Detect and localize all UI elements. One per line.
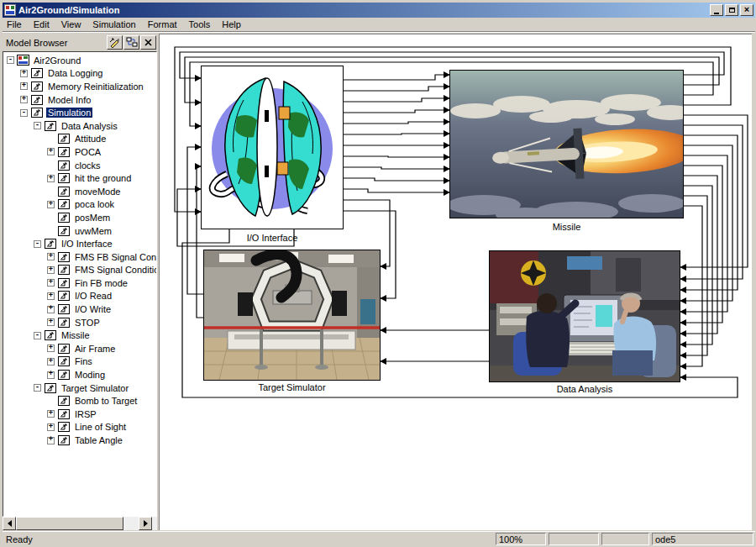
maximize-button[interactable] <box>725 4 738 16</box>
expand-icon[interactable] <box>34 122 41 129</box>
expand-icon[interactable] <box>20 109 28 117</box>
io-interface-image <box>202 66 343 229</box>
close-browser-button[interactable] <box>140 35 156 50</box>
subsystem-icon <box>57 422 71 432</box>
tree-item[interactable]: POCA <box>3 145 156 159</box>
expand-icon[interactable] <box>34 332 41 339</box>
scrollbar-thumb[interactable] <box>16 517 123 530</box>
minimize-button[interactable] <box>710 4 723 16</box>
tree-item[interactable]: IRSP <box>3 408 156 421</box>
tree-item[interactable]: Table Angle <box>3 434 156 447</box>
scroll-left-button[interactable] <box>3 517 16 530</box>
block-label-missile: Missile <box>449 222 684 232</box>
menu-view[interactable]: View <box>55 18 87 32</box>
subsystem-icon <box>30 82 44 92</box>
tree-item[interactable]: uvwMem <box>3 224 156 238</box>
menu-simulation[interactable]: Simulation <box>87 18 141 32</box>
block-data-analysis[interactable] <box>489 250 680 382</box>
menu-file[interactable]: File <box>3 18 28 32</box>
expand-icon[interactable] <box>47 371 55 379</box>
status-ready-text: Ready <box>6 534 493 544</box>
tree-item[interactable]: Line of Sight <box>3 421 156 434</box>
expand-icon[interactable] <box>7 56 14 64</box>
tree-item[interactable]: poca look <box>3 198 156 212</box>
expand-icon[interactable] <box>47 358 55 366</box>
expand-icon[interactable] <box>20 70 28 77</box>
tree-item[interactable]: I/O Read <box>3 290 156 303</box>
expand-icon[interactable] <box>47 306 55 313</box>
tree-item[interactable]: Bomb to Target <box>3 394 156 408</box>
expand-icon[interactable] <box>47 423 55 431</box>
menu-help[interactable]: Help <box>216 18 247 32</box>
tree-item[interactable]: Fin FB mode <box>3 276 156 290</box>
tree-item[interactable]: Attitude <box>3 133 156 146</box>
tree-item[interactable]: posMem <box>3 211 156 224</box>
model-browser-header: Model Browser <box>3 34 157 51</box>
tree-item[interactable]: Data Analysis <box>3 119 156 133</box>
block-target-simulator[interactable] <box>203 250 381 381</box>
tree-item[interactable]: STOP <box>3 316 156 329</box>
subsystem-icon <box>57 226 71 236</box>
minimize-icon <box>714 13 719 14</box>
expand-icon[interactable] <box>47 410 55 418</box>
tree-item[interactable]: Air2Ground <box>3 54 156 67</box>
expand-icon[interactable] <box>47 148 55 155</box>
tree-item[interactable]: I/O Write <box>3 302 156 316</box>
subsystem-icon <box>57 187 71 197</box>
tree-item[interactable]: Model Info <box>3 93 156 107</box>
expand-library-links-button[interactable] <box>123 35 139 50</box>
subsystem-icon <box>44 121 57 131</box>
expand-icon[interactable] <box>20 96 28 103</box>
tree-item[interactable]: Data Logging <box>3 67 156 81</box>
expand-icon[interactable] <box>47 253 55 260</box>
menu-bar: File Edit View Simulation Format Tools H… <box>3 18 755 32</box>
expand-icon[interactable] <box>47 201 55 208</box>
subsystem-icon <box>57 252 71 262</box>
status-panel-empty-1 <box>549 533 599 545</box>
tree-item[interactable]: Fins <box>3 355 156 369</box>
tree-item[interactable]: Simulation <box>3 106 156 119</box>
close-button[interactable]: × <box>740 4 753 16</box>
model-tree: Air2Ground <box>3 51 157 517</box>
block-io-interface[interactable] <box>201 66 344 229</box>
tree-item[interactable]: clocks <box>3 159 156 172</box>
tree-item[interactable]: I/O Interface <box>3 237 156 250</box>
expand-icon[interactable] <box>20 82 28 90</box>
tree-item[interactable]: Missile <box>3 329 156 342</box>
menu-format[interactable]: Format <box>142 18 183 32</box>
application-window: Air2Ground/Simulation × File Edit View S… <box>0 0 756 547</box>
block-missile[interactable] <box>449 70 684 218</box>
expand-icon[interactable] <box>34 384 41 392</box>
expand-icon[interactable] <box>34 240 41 248</box>
diagram-canvas[interactable]: I/O Interface <box>159 34 752 530</box>
simulink-model-icon <box>17 55 29 66</box>
arrow-right-icon <box>144 520 151 527</box>
tree-item[interactable]: moveMode <box>3 185 156 198</box>
expand-icon[interactable] <box>47 345 55 352</box>
subsystem-icon <box>30 108 44 118</box>
tree-item[interactable]: hit the ground <box>3 171 156 185</box>
tree-item[interactable]: Target Simulator <box>3 381 156 395</box>
menu-edit[interactable]: Edit <box>28 18 55 32</box>
expand-icon[interactable] <box>47 437 55 444</box>
look-under-mask-icon <box>109 37 120 48</box>
scroll-right-button[interactable] <box>139 517 152 530</box>
expand-icon[interactable] <box>47 266 55 274</box>
tree-item[interactable]: Moding <box>3 368 156 381</box>
tree-item[interactable]: Memory Reinitialization <box>3 80 156 93</box>
expand-icon[interactable] <box>47 292 55 300</box>
tree-item[interactable]: FMS Signal Conditio <box>3 264 156 277</box>
model-browser-title: Model Browser <box>6 38 106 48</box>
target-simulator-image <box>204 250 380 380</box>
subsystem-icon <box>57 435 71 445</box>
tree-item[interactable]: Air Frame <box>3 342 156 355</box>
expand-icon[interactable] <box>47 318 55 326</box>
menu-tools[interactable]: Tools <box>183 18 217 32</box>
data-analysis-image <box>490 251 680 381</box>
tree-item[interactable]: FMS FB Signal Conc <box>3 250 156 264</box>
expand-icon[interactable] <box>47 279 55 287</box>
look-under-mask-button[interactable] <box>107 35 123 50</box>
title-bar: Air2Ground/Simulation × <box>3 3 755 18</box>
expand-icon[interactable] <box>47 175 55 182</box>
tree-horizontal-scrollbar[interactable] <box>3 517 157 530</box>
